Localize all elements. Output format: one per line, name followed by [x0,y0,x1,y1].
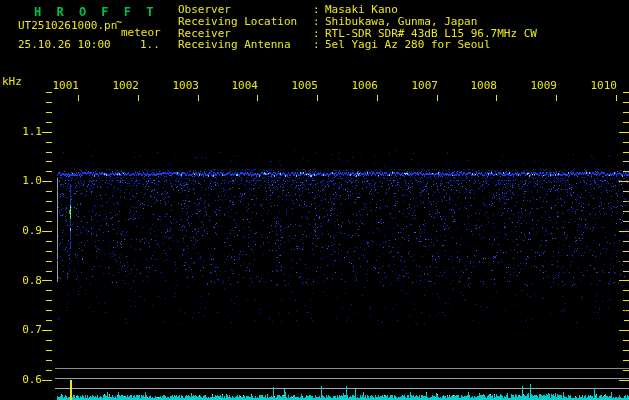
x-axis-label-1005: 1005 [290,80,318,92]
info-value: 5el Yagi Az 280 for Seoul [325,39,491,51]
y-axis-label-1-1: 1.1 [10,126,42,138]
y-axis-unit: kHz [2,76,22,88]
x-axis-label-1010: 1010 [589,80,617,92]
info-colon: : [313,39,320,51]
x-axis-label-1008: 1008 [469,80,497,92]
info-label: Receiving Antenna [178,39,291,51]
info-row-receiving-antenna: Receiving Antenna : 5el Yagi Az 280 for … [0,39,629,51]
y-axis-label-0-7: 0.7 [10,324,42,336]
x-axis-label-1002: 1002 [111,80,139,92]
x-axis-label-1006: 1006 [350,80,378,92]
x-axis-label-1007: 1007 [410,80,438,92]
x-axis-label-1009: 1009 [529,80,557,92]
x-axis-label-1001: 1001 [51,80,79,92]
x-axis-label-1004: 1004 [230,80,258,92]
spectrogram-canvas [0,0,629,400]
y-axis-label-0-6: 0.6 [10,374,42,386]
x-axis-label-1003: 1003 [171,80,199,92]
hrofft-window: H R O F F T UT2510261000.pn ~ meteor 25.… [0,0,629,400]
y-axis-label-0-9: 0.9 [10,225,42,237]
y-axis-label-0-8: 0.8 [10,275,42,287]
y-axis-label-1-0: 1.0 [10,175,42,187]
